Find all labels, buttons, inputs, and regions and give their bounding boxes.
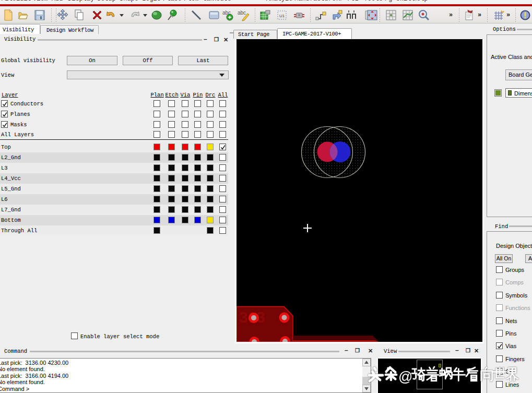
svg-text:U1: U1: [279, 14, 285, 18]
svg-text:abc: abc: [238, 10, 246, 16]
svg-text:@: @: [398, 369, 412, 385]
